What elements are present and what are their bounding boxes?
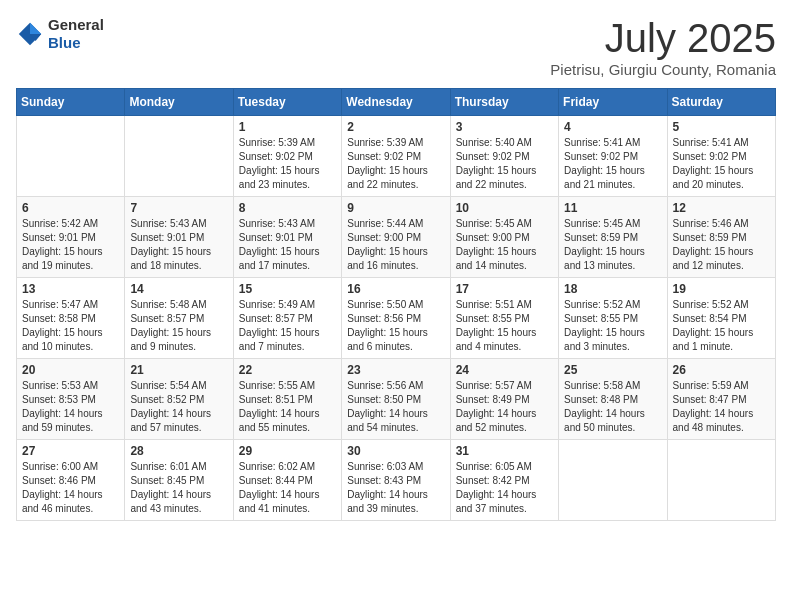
calendar-day-cell: 24Sunrise: 5:57 AM Sunset: 8:49 PM Dayli… bbox=[450, 359, 558, 440]
calendar-day-cell: 31Sunrise: 6:05 AM Sunset: 8:42 PM Dayli… bbox=[450, 440, 558, 521]
calendar-day-cell: 10Sunrise: 5:45 AM Sunset: 9:00 PM Dayli… bbox=[450, 197, 558, 278]
calendar-day-cell: 5Sunrise: 5:41 AM Sunset: 9:02 PM Daylig… bbox=[667, 116, 775, 197]
calendar-day-cell: 12Sunrise: 5:46 AM Sunset: 8:59 PM Dayli… bbox=[667, 197, 775, 278]
calendar-day-cell: 11Sunrise: 5:45 AM Sunset: 8:59 PM Dayli… bbox=[559, 197, 667, 278]
day-of-week-header: Monday bbox=[125, 89, 233, 116]
day-number: 24 bbox=[456, 363, 553, 377]
day-of-week-header: Friday bbox=[559, 89, 667, 116]
logo-icon bbox=[16, 20, 44, 48]
calendar-day-cell bbox=[17, 116, 125, 197]
day-number: 17 bbox=[456, 282, 553, 296]
day-info: Sunrise: 5:41 AM Sunset: 9:02 PM Dayligh… bbox=[673, 136, 770, 192]
day-number: 21 bbox=[130, 363, 227, 377]
day-number: 4 bbox=[564, 120, 661, 134]
calendar-day-cell: 7Sunrise: 5:43 AM Sunset: 9:01 PM Daylig… bbox=[125, 197, 233, 278]
day-info: Sunrise: 5:42 AM Sunset: 9:01 PM Dayligh… bbox=[22, 217, 119, 273]
logo: General Blue bbox=[16, 16, 104, 52]
day-info: Sunrise: 5:57 AM Sunset: 8:49 PM Dayligh… bbox=[456, 379, 553, 435]
day-of-week-header: Sunday bbox=[17, 89, 125, 116]
day-info: Sunrise: 5:45 AM Sunset: 9:00 PM Dayligh… bbox=[456, 217, 553, 273]
calendar-day-cell: 17Sunrise: 5:51 AM Sunset: 8:55 PM Dayli… bbox=[450, 278, 558, 359]
calendar-week-row: 20Sunrise: 5:53 AM Sunset: 8:53 PM Dayli… bbox=[17, 359, 776, 440]
day-info: Sunrise: 5:39 AM Sunset: 9:02 PM Dayligh… bbox=[239, 136, 336, 192]
day-info: Sunrise: 5:45 AM Sunset: 8:59 PM Dayligh… bbox=[564, 217, 661, 273]
day-number: 31 bbox=[456, 444, 553, 458]
calendar-day-cell: 23Sunrise: 5:56 AM Sunset: 8:50 PM Dayli… bbox=[342, 359, 450, 440]
day-info: Sunrise: 5:50 AM Sunset: 8:56 PM Dayligh… bbox=[347, 298, 444, 354]
calendar-day-cell: 18Sunrise: 5:52 AM Sunset: 8:55 PM Dayli… bbox=[559, 278, 667, 359]
svg-marker-1 bbox=[30, 23, 41, 34]
calendar-week-row: 27Sunrise: 6:00 AM Sunset: 8:46 PM Dayli… bbox=[17, 440, 776, 521]
day-info: Sunrise: 6:02 AM Sunset: 8:44 PM Dayligh… bbox=[239, 460, 336, 516]
calendar-header-row: SundayMondayTuesdayWednesdayThursdayFrid… bbox=[17, 89, 776, 116]
day-number: 11 bbox=[564, 201, 661, 215]
location-title: Pietrisu, Giurgiu County, Romania bbox=[550, 61, 776, 78]
day-number: 19 bbox=[673, 282, 770, 296]
calendar-day-cell bbox=[667, 440, 775, 521]
day-info: Sunrise: 5:46 AM Sunset: 8:59 PM Dayligh… bbox=[673, 217, 770, 273]
month-title: July 2025 bbox=[550, 16, 776, 61]
day-number: 13 bbox=[22, 282, 119, 296]
day-info: Sunrise: 6:05 AM Sunset: 8:42 PM Dayligh… bbox=[456, 460, 553, 516]
day-number: 10 bbox=[456, 201, 553, 215]
calendar-day-cell: 25Sunrise: 5:58 AM Sunset: 8:48 PM Dayli… bbox=[559, 359, 667, 440]
calendar-day-cell: 28Sunrise: 6:01 AM Sunset: 8:45 PM Dayli… bbox=[125, 440, 233, 521]
day-number: 16 bbox=[347, 282, 444, 296]
calendar-day-cell: 9Sunrise: 5:44 AM Sunset: 9:00 PM Daylig… bbox=[342, 197, 450, 278]
calendar-week-row: 13Sunrise: 5:47 AM Sunset: 8:58 PM Dayli… bbox=[17, 278, 776, 359]
logo-text: General Blue bbox=[48, 16, 104, 52]
calendar-day-cell bbox=[125, 116, 233, 197]
day-number: 29 bbox=[239, 444, 336, 458]
day-number: 14 bbox=[130, 282, 227, 296]
calendar-day-cell: 13Sunrise: 5:47 AM Sunset: 8:58 PM Dayli… bbox=[17, 278, 125, 359]
calendar-day-cell: 19Sunrise: 5:52 AM Sunset: 8:54 PM Dayli… bbox=[667, 278, 775, 359]
day-info: Sunrise: 6:03 AM Sunset: 8:43 PM Dayligh… bbox=[347, 460, 444, 516]
day-info: Sunrise: 5:53 AM Sunset: 8:53 PM Dayligh… bbox=[22, 379, 119, 435]
calendar-day-cell: 8Sunrise: 5:43 AM Sunset: 9:01 PM Daylig… bbox=[233, 197, 341, 278]
calendar-week-row: 1Sunrise: 5:39 AM Sunset: 9:02 PM Daylig… bbox=[17, 116, 776, 197]
calendar-day-cell: 20Sunrise: 5:53 AM Sunset: 8:53 PM Dayli… bbox=[17, 359, 125, 440]
calendar-day-cell: 14Sunrise: 5:48 AM Sunset: 8:57 PM Dayli… bbox=[125, 278, 233, 359]
day-of-week-header: Tuesday bbox=[233, 89, 341, 116]
day-info: Sunrise: 5:43 AM Sunset: 9:01 PM Dayligh… bbox=[239, 217, 336, 273]
day-number: 18 bbox=[564, 282, 661, 296]
calendar-day-cell: 15Sunrise: 5:49 AM Sunset: 8:57 PM Dayli… bbox=[233, 278, 341, 359]
day-of-week-header: Wednesday bbox=[342, 89, 450, 116]
calendar-day-cell: 16Sunrise: 5:50 AM Sunset: 8:56 PM Dayli… bbox=[342, 278, 450, 359]
day-number: 28 bbox=[130, 444, 227, 458]
calendar-day-cell: 30Sunrise: 6:03 AM Sunset: 8:43 PM Dayli… bbox=[342, 440, 450, 521]
day-info: Sunrise: 5:49 AM Sunset: 8:57 PM Dayligh… bbox=[239, 298, 336, 354]
day-number: 5 bbox=[673, 120, 770, 134]
day-info: Sunrise: 5:47 AM Sunset: 8:58 PM Dayligh… bbox=[22, 298, 119, 354]
calendar-day-cell: 1Sunrise: 5:39 AM Sunset: 9:02 PM Daylig… bbox=[233, 116, 341, 197]
day-info: Sunrise: 5:59 AM Sunset: 8:47 PM Dayligh… bbox=[673, 379, 770, 435]
day-number: 26 bbox=[673, 363, 770, 377]
calendar-table: SundayMondayTuesdayWednesdayThursdayFrid… bbox=[16, 88, 776, 521]
day-info: Sunrise: 5:54 AM Sunset: 8:52 PM Dayligh… bbox=[130, 379, 227, 435]
day-info: Sunrise: 5:43 AM Sunset: 9:01 PM Dayligh… bbox=[130, 217, 227, 273]
day-number: 22 bbox=[239, 363, 336, 377]
calendar-day-cell: 29Sunrise: 6:02 AM Sunset: 8:44 PM Dayli… bbox=[233, 440, 341, 521]
calendar-day-cell: 21Sunrise: 5:54 AM Sunset: 8:52 PM Dayli… bbox=[125, 359, 233, 440]
day-of-week-header: Thursday bbox=[450, 89, 558, 116]
day-info: Sunrise: 5:41 AM Sunset: 9:02 PM Dayligh… bbox=[564, 136, 661, 192]
day-number: 30 bbox=[347, 444, 444, 458]
day-info: Sunrise: 5:51 AM Sunset: 8:55 PM Dayligh… bbox=[456, 298, 553, 354]
day-number: 2 bbox=[347, 120, 444, 134]
calendar-day-cell: 3Sunrise: 5:40 AM Sunset: 9:02 PM Daylig… bbox=[450, 116, 558, 197]
day-number: 6 bbox=[22, 201, 119, 215]
day-info: Sunrise: 5:48 AM Sunset: 8:57 PM Dayligh… bbox=[130, 298, 227, 354]
day-number: 8 bbox=[239, 201, 336, 215]
calendar-week-row: 6Sunrise: 5:42 AM Sunset: 9:01 PM Daylig… bbox=[17, 197, 776, 278]
day-number: 27 bbox=[22, 444, 119, 458]
day-info: Sunrise: 5:52 AM Sunset: 8:55 PM Dayligh… bbox=[564, 298, 661, 354]
day-info: Sunrise: 6:00 AM Sunset: 8:46 PM Dayligh… bbox=[22, 460, 119, 516]
day-info: Sunrise: 5:58 AM Sunset: 8:48 PM Dayligh… bbox=[564, 379, 661, 435]
page-header: General Blue July 2025 Pietrisu, Giurgiu… bbox=[16, 16, 776, 78]
calendar-day-cell: 6Sunrise: 5:42 AM Sunset: 9:01 PM Daylig… bbox=[17, 197, 125, 278]
day-of-week-header: Saturday bbox=[667, 89, 775, 116]
calendar-day-cell: 2Sunrise: 5:39 AM Sunset: 9:02 PM Daylig… bbox=[342, 116, 450, 197]
title-block: July 2025 Pietrisu, Giurgiu County, Roma… bbox=[550, 16, 776, 78]
day-info: Sunrise: 5:52 AM Sunset: 8:54 PM Dayligh… bbox=[673, 298, 770, 354]
day-info: Sunrise: 5:40 AM Sunset: 9:02 PM Dayligh… bbox=[456, 136, 553, 192]
